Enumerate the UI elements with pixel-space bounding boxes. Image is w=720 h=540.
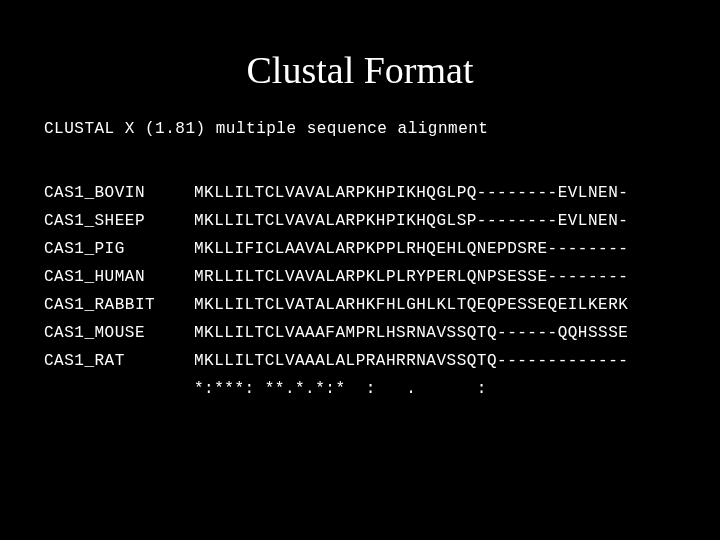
page-title: Clustal Format (0, 0, 720, 120)
conservation-label (44, 380, 194, 398)
conservation-line: *:***: **.*.*:* : . : (194, 380, 487, 398)
sequence-name: CAS1_BOVIN (44, 184, 194, 202)
sequence-data: MKLLILTCLVAAAFAMPRLHSRNAVSSQTQ------QQHS… (194, 324, 628, 342)
sequence-row: CAS1_SHEEPMKLLILTCLVAVALARPKHPIKHQGLSP--… (44, 212, 720, 230)
sequence-data: MKLLILTCLVAVALARPKHPIKHQGLSP--------EVLN… (194, 212, 628, 230)
sequence-name: CAS1_SHEEP (44, 212, 194, 230)
sequence-data: MKLLILTCLVAVALARPKHPIKHQGLPQ--------EVLN… (194, 184, 628, 202)
sequence-row: CAS1_MOUSEMKLLILTCLVAAAFAMPRLHSRNAVSSQTQ… (44, 324, 720, 342)
sequence-row: CAS1_PIGMKLLIFICLAAVALARPKPPLRHQEHLQNEPD… (44, 240, 720, 258)
sequence-name: CAS1_MOUSE (44, 324, 194, 342)
sequence-data: MKLLIFICLAAVALARPKPPLRHQEHLQNEPDSRE-----… (194, 240, 628, 258)
sequence-name: CAS1_PIG (44, 240, 194, 258)
sequence-data: MKLLILTCLVAAALALPRAHRRNAVSSQTQ----------… (194, 352, 628, 370)
sequence-name: CAS1_RAT (44, 352, 194, 370)
sequence-row: CAS1_RABBITMKLLILTCLVATALARHKFHLGHLKLTQE… (44, 296, 720, 314)
sequence-name: CAS1_HUMAN (44, 268, 194, 286)
sequence-data: MRLLILTCLVAVALARPKLPLRYPERLQNPSESSE-----… (194, 268, 628, 286)
sequence-row: CAS1_BOVINMKLLILTCLVAVALARPKHPIKHQGLPQ--… (44, 184, 720, 202)
sequence-data: MKLLILTCLVATALARHKFHLGHLKLTQEQPESSEQEILK… (194, 296, 628, 314)
clustal-header: CLUSTAL X (1.81) multiple sequence align… (0, 120, 720, 184)
sequence-name: CAS1_RABBIT (44, 296, 194, 314)
conservation-row: *:***: **.*.*:* : . : (44, 380, 720, 398)
sequence-row: CAS1_HUMANMRLLILTCLVAVALARPKLPLRYPERLQNP… (44, 268, 720, 286)
sequence-row: CAS1_RATMKLLILTCLVAAALALPRAHRRNAVSSQTQ--… (44, 352, 720, 370)
alignment-block: CAS1_BOVINMKLLILTCLVAVALARPKHPIKHQGLPQ--… (0, 184, 720, 398)
